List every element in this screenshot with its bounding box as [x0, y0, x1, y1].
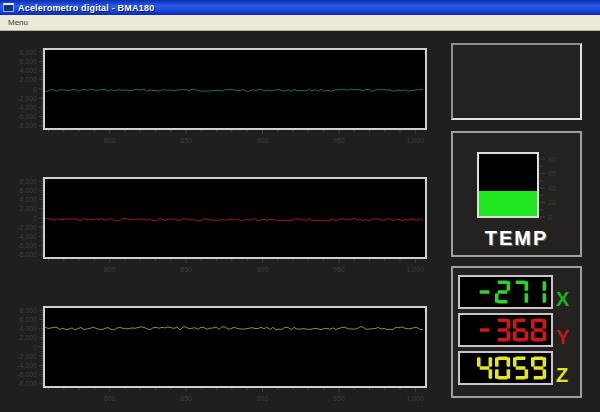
waveform-chart-z: 8,0006,0004,0002,0000-2,000-4,000-6,000-…: [8, 303, 432, 409]
temp-panel: 806040200 TEMP: [451, 131, 582, 257]
y-axis-label: Y: [556, 327, 569, 347]
spare-display-panel: [451, 43, 582, 120]
svg-text:-2,000: -2,000: [17, 224, 37, 231]
svg-text:-6,000: -6,000: [17, 113, 37, 120]
svg-text:4,000: 4,000: [19, 67, 37, 74]
temp-gauge-scale: 806040200: [539, 147, 573, 229]
svg-text:950: 950: [333, 137, 345, 144]
svg-text:1,000: 1,000: [407, 137, 425, 144]
svg-text:20: 20: [548, 199, 556, 206]
readout-row-y: Y: [458, 313, 569, 347]
svg-text:8,000: 8,000: [19, 307, 37, 314]
readout-row-x: X: [458, 275, 569, 309]
x-value-display: [458, 275, 553, 309]
window-title: Acelerometro digital - BMA180: [18, 3, 154, 13]
menu-item-menu[interactable]: Menu: [0, 18, 36, 27]
svg-text:800: 800: [104, 266, 116, 273]
svg-text:-6,000: -6,000: [17, 242, 37, 249]
waveform-chart-y: 8,0006,0004,0002,0000-2,000-4,000-6,000-…: [8, 174, 432, 280]
svg-text:4,000: 4,000: [19, 196, 37, 203]
svg-text:0: 0: [33, 344, 37, 351]
temp-gauge-fill: [479, 191, 537, 216]
svg-text:2,000: 2,000: [19, 334, 37, 341]
svg-text:-8,000: -8,000: [17, 251, 37, 258]
svg-text:8,000: 8,000: [19, 178, 37, 185]
svg-text:850: 850: [180, 266, 192, 273]
svg-text:-4,000: -4,000: [17, 104, 37, 111]
svg-text:800: 800: [104, 395, 116, 402]
app-window: Acelerometro digital - BMA180 Menu 8,000…: [0, 0, 600, 412]
svg-text:8,000: 8,000: [19, 49, 37, 56]
svg-text:-8,000: -8,000: [17, 122, 37, 129]
svg-text:950: 950: [333, 266, 345, 273]
temp-gauge: [477, 152, 539, 218]
svg-text:900: 900: [257, 266, 269, 273]
svg-text:6,000: 6,000: [19, 316, 37, 323]
svg-text:-4,000: -4,000: [17, 233, 37, 240]
svg-text:-2,000: -2,000: [17, 95, 37, 102]
svg-text:-6,000: -6,000: [17, 371, 37, 378]
svg-text:800: 800: [104, 137, 116, 144]
svg-text:-4,000: -4,000: [17, 362, 37, 369]
y-value-display: [458, 313, 553, 347]
svg-text:850: 850: [180, 395, 192, 402]
svg-text:6,000: 6,000: [19, 58, 37, 65]
client-area: 8,0006,0004,0002,0000-2,000-4,000-6,000-…: [0, 31, 600, 412]
svg-text:2,000: 2,000: [19, 205, 37, 212]
svg-text:40: 40: [548, 185, 556, 192]
svg-text:4,000: 4,000: [19, 325, 37, 332]
svg-text:-8,000: -8,000: [17, 380, 37, 387]
svg-text:950: 950: [333, 395, 345, 402]
svg-text:2,000: 2,000: [19, 76, 37, 83]
svg-text:0: 0: [33, 215, 37, 222]
z-axis-label: Z: [556, 365, 568, 385]
svg-text:80: 80: [548, 156, 556, 163]
titlebar[interactable]: Acelerometro digital - BMA180: [0, 0, 600, 15]
temp-label: TEMP: [453, 227, 580, 250]
svg-text:60: 60: [548, 170, 556, 177]
waveform-chart-x: 8,0006,0004,0002,0000-2,000-4,000-6,000-…: [8, 45, 432, 151]
svg-text:850: 850: [180, 137, 192, 144]
svg-text:900: 900: [257, 137, 269, 144]
svg-text:1,000: 1,000: [407, 395, 425, 402]
svg-text:0: 0: [33, 86, 37, 93]
svg-text:1,000: 1,000: [407, 266, 425, 273]
svg-text:6,000: 6,000: [19, 187, 37, 194]
x-axis-label: X: [556, 289, 569, 309]
window-icon: [3, 3, 14, 12]
readout-row-z: Z: [458, 351, 568, 385]
svg-text:-2,000: -2,000: [17, 353, 37, 360]
menubar: Menu: [0, 15, 600, 31]
z-value-display: [458, 351, 553, 385]
readout-panel: X Y Z: [451, 266, 582, 398]
svg-text:900: 900: [257, 395, 269, 402]
svg-text:0: 0: [548, 214, 552, 221]
